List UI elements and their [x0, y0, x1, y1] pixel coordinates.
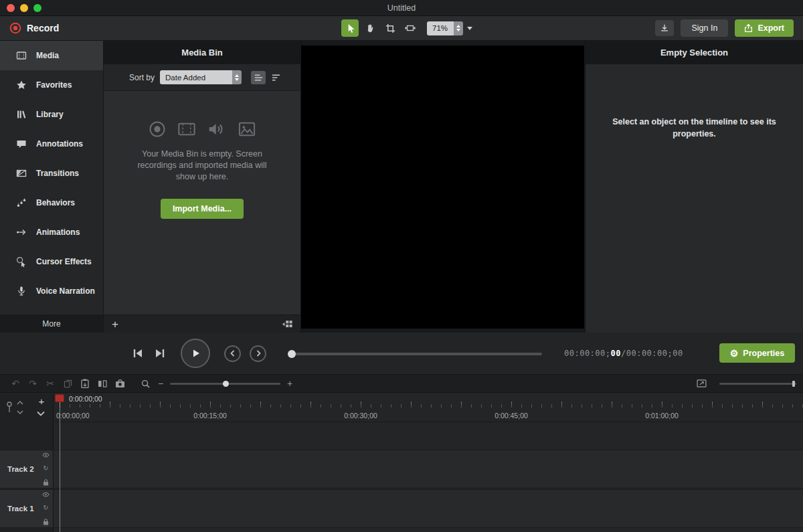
- sidebar-more-button[interactable]: More: [0, 315, 103, 333]
- track-2-lane[interactable]: [54, 450, 803, 488]
- crop-icon: [385, 23, 395, 33]
- timeline-ruler[interactable]: 0:00:00;00 0:00:00;00 0:00:15;00 0:00:30…: [54, 393, 803, 422]
- ruler-label: 0:00:00;00: [56, 412, 90, 420]
- next-frame-button[interactable]: [153, 347, 167, 359]
- sidebar-item-animations[interactable]: Animations: [0, 217, 103, 247]
- sidebar-item-transitions[interactable]: Transitions: [0, 159, 103, 188]
- playback-scrubber[interactable]: [288, 353, 542, 355]
- export-label: Export: [757, 23, 784, 33]
- media-bin-empty-text: Your Media Bin is empty. Screen recordin…: [127, 149, 277, 183]
- sidebar-item-label: Library: [36, 110, 64, 119]
- sidebar-item-cursor-effects[interactable]: Cursor Effects: [0, 247, 103, 276]
- sidebar-item-library[interactable]: Library: [0, 100, 103, 129]
- track-height-slider[interactable]: [719, 383, 796, 385]
- track-1-lane[interactable]: [54, 490, 803, 527]
- scale-icon: [405, 23, 416, 33]
- media-icon: [16, 50, 27, 61]
- scale-tool-button[interactable]: [402, 19, 419, 37]
- jump-forward-button[interactable]: [250, 345, 266, 362]
- detail-view-button[interactable]: [268, 71, 283, 84]
- ruler-minor-ticks: [60, 404, 803, 408]
- sidebar-item-behaviors[interactable]: Behaviors: [0, 188, 103, 217]
- gear-icon: ⚙: [730, 349, 739, 358]
- detail-view-icon: [272, 74, 280, 82]
- view-toggle-group: [251, 71, 283, 84]
- track-loop-button[interactable]: ↻: [43, 505, 48, 511]
- fit-timeline-button[interactable]: [693, 376, 710, 391]
- timeline-zoom-in-button[interactable]: +: [284, 376, 295, 391]
- chevron-right-icon: [255, 350, 262, 357]
- cursor-icon: [345, 23, 355, 33]
- track-lock-button[interactable]: [43, 519, 49, 525]
- sidebar-item-voice-narration[interactable]: Voice Narration: [0, 276, 103, 306]
- sort-by-select[interactable]: Date Added: [160, 70, 242, 84]
- jump-back-button[interactable]: [224, 345, 241, 362]
- redo-button[interactable]: ↷: [24, 376, 41, 391]
- timeline-zoom-slider[interactable]: [170, 383, 280, 385]
- camtasia-window: Untitled Record 71%: [0, 0, 803, 532]
- timeline-toolbar-right: [693, 376, 796, 391]
- track-visibility-button[interactable]: [42, 452, 50, 458]
- timeline-zoom-out-button[interactable]: −: [155, 376, 166, 391]
- track-label: Track 1: [7, 505, 34, 513]
- timeline-zoom-knob[interactable]: [223, 381, 229, 387]
- export-button[interactable]: Export: [735, 19, 794, 37]
- canvas-zoom-select[interactable]: 71%: [427, 21, 475, 35]
- sidebar-item-label: Favorites: [36, 80, 72, 90]
- preview-canvas[interactable]: [301, 46, 584, 329]
- playhead-line[interactable]: [60, 402, 60, 532]
- screenshot-button[interactable]: [111, 376, 128, 391]
- playhead-handle[interactable]: [55, 394, 64, 402]
- track-visibility-button[interactable]: [42, 492, 50, 497]
- sign-in-button[interactable]: Sign In: [681, 19, 728, 37]
- track-loop-button[interactable]: ↻: [43, 465, 48, 472]
- crop-tool-button[interactable]: [381, 19, 399, 37]
- timeline-toolbar: ↶ ↷ ✂ − +: [0, 375, 803, 393]
- canvas-zoom-stepper[interactable]: [454, 21, 463, 35]
- pan-tool-button[interactable]: [361, 19, 379, 37]
- copy-icon: [64, 379, 72, 388]
- properties-button-label: Properties: [743, 349, 784, 358]
- import-media-button[interactable]: Import Media...: [161, 199, 244, 219]
- sidebar-item-media[interactable]: Media: [0, 41, 103, 70]
- track-label: Track 2: [7, 465, 34, 473]
- split-button[interactable]: [94, 376, 111, 391]
- sort-by-stepper[interactable]: [232, 70, 242, 84]
- canvas-tools: 71%: [341, 19, 475, 37]
- properties-panel: Empty Selection Select an object on the …: [586, 41, 803, 333]
- sidebar-item-favorites[interactable]: Favorites: [0, 70, 103, 100]
- copy-button[interactable]: [59, 376, 76, 391]
- track-2-header[interactable]: Track 2 ↻: [0, 450, 54, 488]
- sidebar-item-annotations[interactable]: Annotations: [0, 129, 103, 159]
- media-bin-sort-row: Sort by Date Added: [104, 64, 300, 91]
- paste-button[interactable]: [76, 376, 94, 391]
- add-track-button[interactable]: +: [33, 395, 50, 407]
- scrubber-knob[interactable]: [288, 350, 296, 358]
- previous-frame-icon: [131, 347, 145, 359]
- properties-button[interactable]: ⚙ Properties: [719, 343, 795, 363]
- hand-icon: [365, 23, 375, 33]
- collapse-tracks-button[interactable]: [31, 408, 51, 420]
- sidebar-item-label: Animations: [36, 228, 80, 237]
- add-media-button[interactable]: +: [112, 319, 118, 330]
- cut-button[interactable]: ✂: [41, 376, 59, 391]
- track-lock-button[interactable]: [43, 479, 49, 486]
- record-button[interactable]: Record: [9, 22, 59, 34]
- canvas-zoom-value: 71%: [427, 21, 454, 35]
- track-height-knob[interactable]: [792, 381, 795, 387]
- download-updates-button[interactable]: [655, 20, 674, 36]
- behaviors-icon: [16, 197, 27, 208]
- edit-cursor-tool-button[interactable]: [341, 19, 359, 37]
- play-button[interactable]: [181, 339, 210, 368]
- track-options-icon: [5, 400, 13, 415]
- previous-frame-button[interactable]: [131, 347, 145, 359]
- sidebar-item-label: Cursor Effects: [36, 257, 92, 266]
- undo-button[interactable]: ↶: [7, 376, 24, 391]
- thumbnail-view-button[interactable]: [282, 320, 292, 329]
- ruler-label: 0:00:45;00: [495, 412, 528, 420]
- eye-icon: [42, 452, 50, 458]
- canvas-zoom-dropdown-arrow[interactable]: [464, 21, 475, 35]
- ruler-label: 0:00:30;00: [344, 412, 377, 420]
- track-1-header[interactable]: Track 1 ↻: [0, 490, 54, 527]
- list-view-button[interactable]: [251, 71, 266, 84]
